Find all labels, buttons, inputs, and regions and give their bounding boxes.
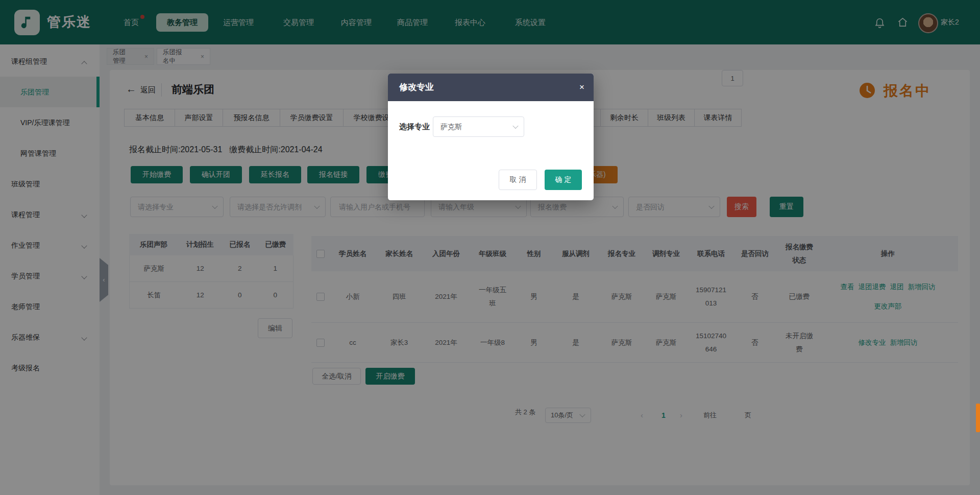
major-select-value: 萨克斯	[440, 123, 462, 131]
scrollbar-thumb[interactable]	[976, 404, 980, 432]
confirm-button[interactable]: 确 定	[545, 170, 582, 190]
cancel-button[interactable]: 取 消	[499, 170, 537, 190]
chevron-down-icon	[512, 123, 518, 129]
close-icon[interactable]: ×	[579, 74, 584, 101]
dialog-title: 修改专业	[399, 74, 434, 101]
edit-major-dialog: 修改专业 × 选择专业 萨克斯 取 消 确 定	[388, 74, 594, 200]
major-select[interactable]: 萨克斯	[433, 116, 524, 137]
dialog-header: 修改专业 ×	[388, 74, 594, 101]
major-field-label: 选择专业	[399, 116, 430, 137]
